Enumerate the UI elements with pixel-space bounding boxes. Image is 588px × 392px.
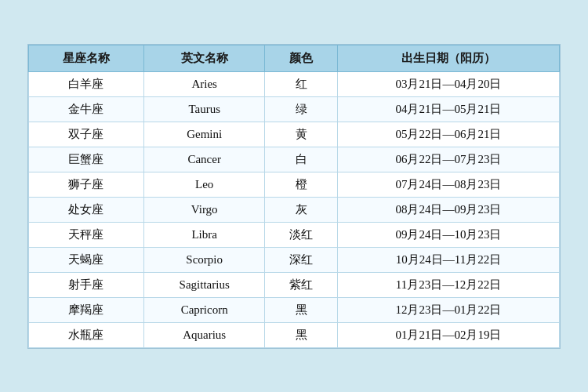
cell-chinese-name: 巨蟹座 xyxy=(29,147,144,172)
cell-date: 12月23日—01月22日 xyxy=(337,297,559,322)
cell-chinese-name: 金牛座 xyxy=(29,96,144,122)
cell-color: 淡红 xyxy=(265,222,338,247)
table-row: 双子座Gemini黄05月22日—06月21日 xyxy=(29,122,560,147)
cell-color: 灰 xyxy=(265,197,338,222)
header-english-name: 英文名称 xyxy=(143,45,265,71)
cell-chinese-name: 摩羯座 xyxy=(29,297,144,322)
table-body: 白羊座Aries红03月21日—04月20日金牛座Taurus绿04月21日—0… xyxy=(29,71,560,347)
table-row: 天蝎座Scorpio深红10月24日—11月22日 xyxy=(29,247,560,272)
cell-date: 08月24日—09月23日 xyxy=(337,197,559,222)
cell-date: 06月22日—07月23日 xyxy=(337,147,559,172)
cell-date: 07月24日—08月23日 xyxy=(337,172,559,197)
table-row: 天秤座Libra淡红09月24日—10月23日 xyxy=(29,222,560,247)
cell-color: 黑 xyxy=(265,297,338,322)
cell-english-name: Aquarius xyxy=(143,322,265,347)
cell-date: 09月24日—10月23日 xyxy=(337,222,559,247)
cell-date: 01月21日—02月19日 xyxy=(337,322,559,347)
cell-date: 03月21日—04月20日 xyxy=(337,71,559,96)
cell-chinese-name: 射手座 xyxy=(29,272,144,297)
cell-chinese-name: 处女座 xyxy=(29,197,144,222)
table-row: 处女座Virgo灰08月24日—09月23日 xyxy=(29,197,560,222)
cell-english-name: Libra xyxy=(143,222,265,247)
table-row: 金牛座Taurus绿04月21日—05月21日 xyxy=(29,96,560,122)
header-chinese-name: 星座名称 xyxy=(29,45,144,71)
cell-color: 紫红 xyxy=(265,272,338,297)
cell-color: 绿 xyxy=(265,96,338,122)
zodiac-table: 星座名称 英文名称 颜色 出生日期（阳历） 白羊座Aries红03月21日—04… xyxy=(28,45,560,348)
header-color: 颜色 xyxy=(265,45,338,71)
cell-chinese-name: 白羊座 xyxy=(29,71,144,96)
cell-color: 黑 xyxy=(265,322,338,347)
cell-english-name: Aries xyxy=(143,71,265,96)
cell-date: 04月21日—05月21日 xyxy=(337,96,559,122)
cell-color: 红 xyxy=(265,71,338,96)
cell-chinese-name: 水瓶座 xyxy=(29,322,144,347)
cell-english-name: Taurus xyxy=(143,96,265,122)
table-row: 摩羯座Capricorn黑12月23日—01月22日 xyxy=(29,297,560,322)
cell-chinese-name: 双子座 xyxy=(29,122,144,147)
cell-date: 10月24日—11月22日 xyxy=(337,247,559,272)
table-row: 射手座Sagittarius紫红11月23日—12月22日 xyxy=(29,272,560,297)
cell-english-name: Gemini xyxy=(143,122,265,147)
cell-date: 11月23日—12月22日 xyxy=(337,272,559,297)
cell-color: 橙 xyxy=(265,172,338,197)
cell-english-name: Virgo xyxy=(143,197,265,222)
cell-date: 05月22日—06月21日 xyxy=(337,122,559,147)
cell-color: 深红 xyxy=(265,247,338,272)
cell-color: 白 xyxy=(265,147,338,172)
cell-chinese-name: 天秤座 xyxy=(29,222,144,247)
cell-english-name: Scorpio xyxy=(143,247,265,272)
table-row: 巨蟹座Cancer白06月22日—07月23日 xyxy=(29,147,560,172)
cell-english-name: Cancer xyxy=(143,147,265,172)
cell-chinese-name: 狮子座 xyxy=(29,172,144,197)
table-row: 水瓶座Aquarius黑01月21日—02月19日 xyxy=(29,322,560,347)
table-header-row: 星座名称 英文名称 颜色 出生日期（阳历） xyxy=(29,45,560,71)
cell-color: 黄 xyxy=(265,122,338,147)
header-date: 出生日期（阳历） xyxy=(337,45,559,71)
table-row: 狮子座Leo橙07月24日—08月23日 xyxy=(29,172,560,197)
table-row: 白羊座Aries红03月21日—04月20日 xyxy=(29,71,560,96)
cell-english-name: Sagittarius xyxy=(143,272,265,297)
cell-english-name: Capricorn xyxy=(143,297,265,322)
cell-chinese-name: 天蝎座 xyxy=(29,247,144,272)
cell-english-name: Leo xyxy=(143,172,265,197)
zodiac-table-container: 星座名称 英文名称 颜色 出生日期（阳历） 白羊座Aries红03月21日—04… xyxy=(27,44,561,349)
